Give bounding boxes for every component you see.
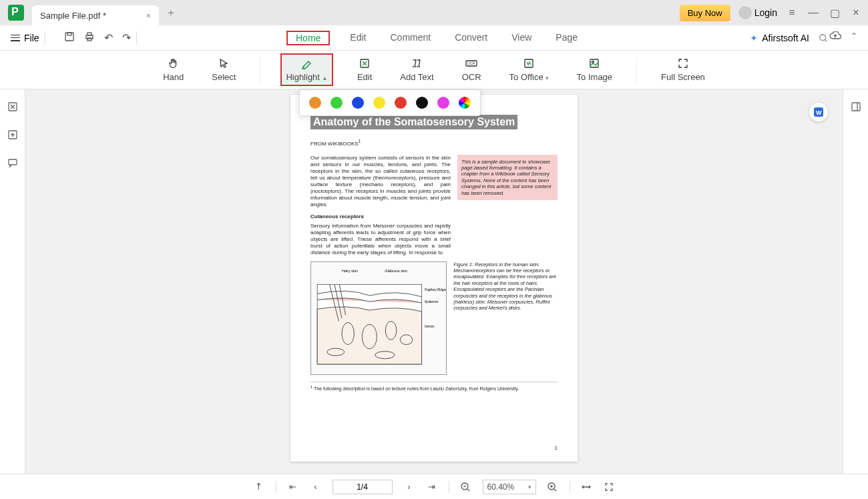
tab-title: Sample File.pdf * (40, 11, 106, 21)
statusbar: ⤒ ⇤ ‹ › ⇥ 60.40%▾ (0, 474, 868, 499)
quick-actions: ↶ ↷ (64, 31, 131, 44)
office-icon (522, 57, 535, 69)
doc-body[interactable]: Our somatosensory system consists of sen… (310, 155, 451, 256)
svg-rect-4 (87, 38, 91, 41)
doc-footnote: 1 The following description is based on … (310, 382, 558, 391)
svg-rect-0 (65, 33, 73, 41)
tab-page[interactable]: Page (552, 31, 582, 45)
first-page-alt-icon[interactable]: ⤒ (253, 482, 265, 492)
workspace[interactable]: Anatomy of the Somatosensory System FROM… (25, 89, 843, 474)
doc-figure: Hairy skin Glabrous skin Papillary Ridge… (310, 262, 447, 375)
fit-width-icon[interactable] (581, 482, 593, 492)
svg-point-5 (820, 34, 826, 40)
color-green[interactable] (331, 97, 343, 109)
ai-brand[interactable]: ✦ Afirstsoft AI (750, 33, 828, 43)
main-tabs: Home Edit Comment Convert View Page (286, 31, 582, 45)
highlight-tool[interactable]: Highlight▲ (280, 53, 333, 86)
svg-line-6 (825, 39, 827, 41)
svg-rect-3 (87, 33, 91, 35)
next-page-icon[interactable]: › (403, 482, 415, 492)
fit-page-icon[interactable] (604, 482, 616, 492)
menu-icon[interactable]: ≡ (785, 6, 799, 19)
svg-text:Epidermis: Epidermis (425, 300, 439, 304)
hand-icon (167, 57, 180, 69)
save-icon[interactable] (64, 31, 75, 44)
left-rail (0, 89, 25, 474)
tab-home[interactable]: Home (286, 31, 330, 45)
prev-page-icon[interactable]: ‹ (310, 482, 322, 492)
first-page-icon[interactable]: ⇤ (287, 482, 299, 492)
maximize-icon[interactable]: ▢ (828, 6, 841, 19)
redo-icon[interactable]: ↷ (122, 31, 131, 44)
svg-line-35 (554, 489, 556, 491)
panel-toggle-icon[interactable] (851, 101, 861, 112)
ocr-tool[interactable]: OCR OCR (458, 55, 485, 85)
buy-now-button[interactable]: Buy Now (680, 5, 730, 21)
zoom-out-icon[interactable] (460, 482, 472, 492)
color-black[interactable] (416, 97, 428, 109)
hand-tool[interactable]: Hand (159, 55, 188, 85)
tab-convert[interactable]: Convert (451, 31, 491, 45)
edit-icon (358, 57, 371, 69)
to-image-tool[interactable]: To Image (573, 55, 616, 85)
svg-text:OCR: OCR (467, 61, 475, 65)
doc-figure-caption: Figure 1: Receptors in the human skin: M… (453, 262, 558, 375)
color-yellow[interactable] (373, 97, 385, 109)
doc-subtitle: FROM WIKIBOOKS1 (310, 139, 558, 147)
svg-point-12 (592, 61, 594, 63)
last-page-icon[interactable]: ⇥ (426, 482, 438, 492)
document-tab[interactable]: Sample File.pdf * × (32, 5, 159, 25)
color-blue[interactable] (352, 97, 364, 109)
tab-comment[interactable]: Comment (386, 31, 435, 45)
full-screen-tool[interactable]: Full Screen (657, 55, 709, 85)
select-tool[interactable]: Select (208, 55, 240, 85)
print-icon[interactable] (84, 31, 95, 44)
doc-title[interactable]: Anatomy of the Somatosensory System (310, 115, 517, 129)
ocr-icon: OCR (465, 57, 478, 69)
undo-icon[interactable]: ↶ (104, 31, 113, 44)
document-page[interactable]: Anatomy of the Somatosensory System FROM… (290, 95, 578, 462)
app-logo (8, 5, 24, 21)
ribbon: Hand Select Highlight▲ Edit Add Text OCR… (0, 51, 868, 89)
tab-view[interactable]: View (507, 31, 535, 45)
close-window-icon[interactable]: × (849, 6, 863, 19)
comment-panel-icon[interactable] (7, 157, 18, 168)
svg-text:W: W (816, 109, 822, 116)
to-office-tool[interactable]: To Office▾ (505, 55, 553, 85)
thumbnails-icon[interactable] (7, 101, 18, 112)
tab-edit[interactable]: Edit (346, 31, 370, 45)
minimize-icon[interactable]: — (807, 6, 820, 19)
edit-tool[interactable]: Edit (353, 55, 376, 85)
svg-rect-1 (67, 33, 71, 35)
image-icon (588, 57, 601, 69)
svg-rect-15 (9, 159, 17, 165)
color-magenta[interactable] (437, 97, 449, 109)
bookmark-icon[interactable] (7, 129, 18, 140)
collapse-icon[interactable]: ⌃ (851, 31, 857, 41)
highlighter-icon (300, 57, 314, 69)
login-button[interactable]: Login (738, 6, 777, 19)
titlebar: Sample File.pdf * × ＋ Buy Now Login ≡ — … (0, 0, 868, 25)
close-tab-icon[interactable]: × (146, 11, 151, 21)
hamburger-icon (11, 35, 20, 41)
doc-note[interactable]: This is a sample document to showcase pa… (457, 155, 558, 200)
svg-line-32 (467, 489, 469, 491)
zoom-in-icon[interactable] (547, 482, 559, 492)
color-custom[interactable] (459, 97, 471, 109)
convert-to-word-badge[interactable]: W (809, 103, 828, 121)
search-icon[interactable] (819, 33, 828, 43)
cloud-upload-icon[interactable] (829, 31, 841, 41)
doc-page-number: 1 (555, 445, 558, 451)
svg-rect-16 (852, 103, 860, 111)
page-input[interactable] (333, 480, 393, 494)
fig-label-hairy: Hairy skin (342, 269, 358, 273)
file-menu[interactable]: File (11, 33, 39, 43)
color-orange[interactable] (309, 97, 321, 109)
fullscreen-icon (676, 57, 690, 69)
add-text-tool[interactable]: Add Text (396, 55, 437, 85)
color-red[interactable] (395, 97, 407, 109)
svg-text:Papillary Ridges: Papillary Ridges (425, 288, 446, 291)
zoom-input[interactable]: 60.40%▾ (483, 480, 536, 494)
svg-text:Glabrous skin: Glabrous skin (385, 269, 407, 273)
new-tab-button[interactable]: ＋ (166, 6, 176, 20)
